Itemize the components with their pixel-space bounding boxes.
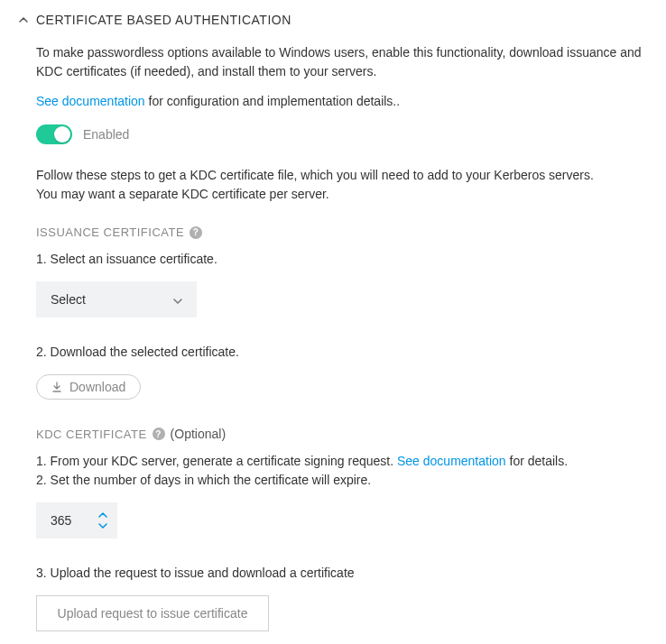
select-label: Select: [51, 292, 86, 307]
download-label: Download: [69, 380, 125, 394]
days-input[interactable]: 365: [36, 502, 117, 538]
spinner-down-icon[interactable]: [97, 521, 108, 530]
kdc-steps12: 1. From your KDC server, generate a cert…: [36, 452, 648, 490]
download-button[interactable]: Download: [36, 374, 141, 400]
issuance-step2: 2. Download the selected certificate.: [36, 343, 648, 362]
intro-description: To make passwordless options available t…: [36, 43, 648, 81]
days-value: 365: [51, 513, 97, 528]
kdc-step2: 2. Set the number of days in which the c…: [36, 473, 371, 487]
kdc-step1-prefix: 1. From your KDC server, generate a cert…: [36, 454, 397, 468]
upload-label: Upload request to issue certificate: [58, 606, 248, 621]
steps-intro-line1: Follow these steps to get a KDC certific…: [36, 166, 648, 185]
doc-suffix: for configuration and implementation det…: [145, 94, 401, 108]
upload-button[interactable]: Upload request to issue certificate: [36, 595, 269, 631]
issuance-select[interactable]: Select: [36, 281, 197, 317]
kdc-title-row: KDC CERTIFICATE ? (Optional): [36, 427, 648, 441]
see-documentation-link[interactable]: See documentation: [36, 94, 145, 108]
section-header[interactable]: CERTIFICATE BASED AUTHENTICATION: [18, 13, 648, 27]
steps-intro: Follow these steps to get a KDC certific…: [36, 166, 648, 204]
kdc-step1-suffix: for details.: [506, 454, 568, 468]
kdc-doc-link[interactable]: See documentation: [397, 454, 506, 468]
kdc-step3: 3. Upload the request to issue and downl…: [36, 564, 648, 583]
issuance-title-row: ISSUANCE CERTIFICATE ?: [36, 225, 648, 239]
issuance-step1: 1. Select an issuance certificate.: [36, 250, 648, 269]
download-icon: [51, 382, 62, 392]
toggle-row: Enabled: [36, 124, 648, 144]
kdc-optional: (Optional): [171, 427, 226, 441]
steps-intro-line2: You may want a separate KDC certificate …: [36, 185, 648, 204]
days-input-row: 365: [36, 502, 648, 538]
help-icon[interactable]: ?: [190, 226, 202, 239]
section-title: CERTIFICATE BASED AUTHENTICATION: [36, 13, 291, 27]
section-content: To make passwordless options available t…: [18, 43, 648, 644]
issuance-title: ISSUANCE CERTIFICATE: [36, 225, 184, 239]
toggle-knob: [54, 126, 70, 143]
chevron-down-icon: [173, 292, 182, 307]
enable-toggle[interactable]: [36, 124, 72, 144]
chevron-up-icon: [18, 14, 29, 25]
doc-line: See documentation for configuration and …: [36, 94, 648, 108]
toggle-label: Enabled: [83, 127, 129, 142]
spinner: [97, 511, 117, 530]
kdc-title: KDC CERTIFICATE: [36, 428, 147, 441]
spinner-up-icon[interactable]: [97, 511, 108, 520]
help-icon[interactable]: ?: [153, 428, 165, 440]
